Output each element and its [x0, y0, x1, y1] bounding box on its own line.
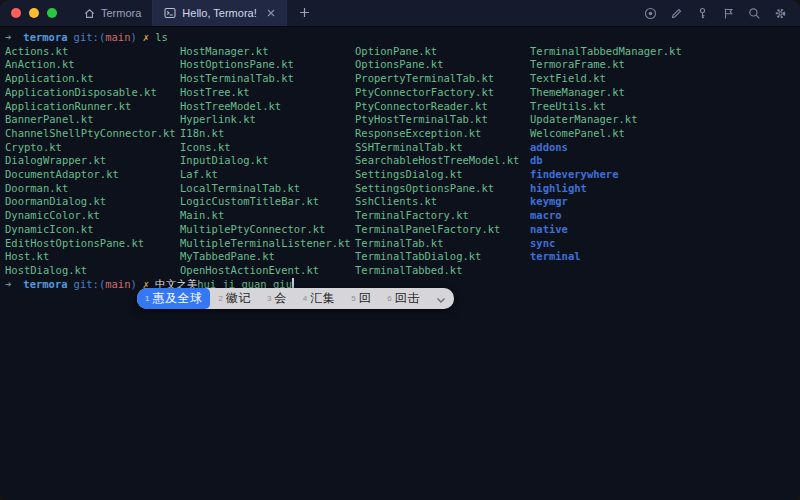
file-item: MultiplePtyConnector.kt	[180, 223, 355, 237]
settings-icon[interactable]	[774, 7, 787, 20]
chevron-down-icon	[436, 290, 446, 308]
ime-candidate[interactable]: 3会	[259, 288, 295, 309]
file-item: Actions.kt	[5, 45, 180, 59]
file-item: BannerPanel.kt	[5, 113, 180, 127]
file-item: HostTreeModel.kt	[180, 100, 355, 114]
git-branch: main	[105, 278, 130, 290]
directory-item: macro	[530, 209, 705, 223]
file-item: SettingsDialog.kt	[355, 168, 530, 182]
file-item: HostTree.kt	[180, 86, 355, 100]
terminal-icon	[164, 7, 176, 19]
key-icon[interactable]	[696, 7, 709, 20]
ime-candidate-text: 汇集	[310, 290, 335, 307]
file-item: OptionPane.kt	[355, 45, 530, 59]
new-tab-button[interactable]	[287, 0, 322, 26]
file-item: ApplicationRunner.kt	[5, 100, 180, 114]
file-item: Icons.kt	[180, 141, 355, 155]
ime-candidate-index: 4	[303, 294, 307, 303]
file-item: MyTabbedPane.kt	[180, 250, 355, 264]
file-item: TerminalTabDialog.kt	[355, 250, 530, 264]
directory-item: native	[530, 223, 705, 237]
record-icon[interactable]	[644, 7, 657, 20]
file-item: PtyHostTerminalTab.kt	[355, 113, 530, 127]
ime-candidate-text: 会	[274, 290, 287, 307]
close-window-button[interactable]	[11, 8, 21, 18]
title-bar: Termora Hello, Termora!	[0, 0, 800, 27]
directory-item: highlight	[530, 182, 705, 196]
file-item: UpdaterManager.kt	[530, 113, 705, 127]
file-item: AnAction.kt	[5, 58, 180, 72]
file-item: PtyConnectorFactory.kt	[355, 86, 530, 100]
tab-hello-termora[interactable]: Hello, Termora!	[153, 0, 286, 26]
file-item: TerminalTab.kt	[355, 237, 530, 251]
toolbar	[644, 0, 800, 26]
file-item: Main.kt	[180, 209, 355, 223]
directory-item: keymgr	[530, 195, 705, 209]
directory-item: addons	[530, 141, 705, 155]
file-item: TreeUtils.kt	[530, 100, 705, 114]
file-item: DynamicIcon.kt	[5, 223, 180, 237]
file-item: OpenHostActionEvent.kt	[180, 264, 355, 278]
minimize-window-button[interactable]	[29, 8, 39, 18]
git-label: git:(	[74, 278, 106, 290]
ime-expand-button[interactable]	[428, 288, 454, 309]
zoom-window-button[interactable]	[47, 8, 57, 18]
file-item: SshClients.kt	[355, 195, 530, 209]
tab-label: Termora	[101, 7, 141, 19]
ime-candidate-window: 1惠及全球2徽记3会4汇集5回6回击	[137, 288, 454, 309]
file-item: Hyperlink.kt	[180, 113, 355, 127]
file-item: MultipleTerminalListener.kt	[180, 237, 355, 251]
close-tab-icon[interactable]	[267, 9, 275, 17]
file-item: ResponseException.kt	[355, 127, 530, 141]
ime-candidate-index: 2	[218, 294, 222, 303]
file-item: SettingsOptionsPane.kt	[355, 182, 530, 196]
plus-icon	[299, 4, 310, 22]
file-item: Crypto.kt	[5, 141, 180, 155]
file-item: LogicCustomTitleBar.kt	[180, 195, 355, 209]
edit-icon[interactable]	[670, 7, 683, 20]
file-item: Doorman.kt	[5, 182, 180, 196]
ime-candidate[interactable]: 5回	[343, 288, 379, 309]
file-item: Host.kt	[5, 250, 180, 264]
tab-label: Hello, Termora!	[182, 7, 256, 19]
prompt-directory: termora	[23, 278, 67, 290]
file-item: HostTerminalTab.kt	[180, 72, 355, 86]
file-item: ChannelShellPtyConnector.kt	[5, 127, 180, 141]
file-item: InputDialog.kt	[180, 154, 355, 168]
tab-termora-home[interactable]: Termora	[73, 0, 153, 26]
file-item: Application.kt	[5, 72, 180, 86]
file-column: TerminalTabbedManager.ktTermoraFrame.ktT…	[530, 45, 705, 278]
ime-candidate-text: 回	[359, 290, 372, 307]
ime-candidate-text: 徽记	[226, 290, 251, 307]
ime-candidate-index: 1	[145, 294, 149, 303]
ime-candidate-index: 5	[351, 294, 355, 303]
directory-item: sync	[530, 237, 705, 251]
terminal-screen[interactable]: ➜termoragit:(main)✗ls Actions.ktAnAction…	[0, 27, 800, 291]
flag-icon[interactable]	[722, 7, 735, 20]
file-item: PtyConnectorReader.kt	[355, 100, 530, 114]
search-icon[interactable]	[748, 7, 761, 20]
file-column: OptionPane.ktOptionsPane.ktPropertyTermi…	[355, 45, 530, 278]
git-close: )	[131, 278, 137, 290]
file-item: HostDialog.kt	[5, 264, 180, 278]
ime-candidate[interactable]: 2徽记	[210, 288, 258, 309]
prompt-arrow: ➜	[5, 278, 11, 290]
command-text: ls	[155, 31, 168, 43]
directory-item: db	[530, 154, 705, 168]
file-item: DialogWrapper.kt	[5, 154, 180, 168]
ime-candidate[interactable]: 4汇集	[295, 288, 343, 309]
file-column: HostManager.ktHostOptionsPane.ktHostTerm…	[180, 45, 355, 278]
git-branch: main	[105, 31, 130, 43]
prompt-arrow: ➜	[5, 31, 11, 43]
file-item: TerminalTabbedManager.kt	[530, 45, 705, 59]
file-item: ApplicationDisposable.kt	[5, 86, 180, 100]
git-label: git:(	[74, 31, 106, 43]
ime-candidate[interactable]: 6回击	[379, 288, 427, 309]
file-item: I18n.kt	[180, 127, 355, 141]
file-column: Actions.ktAnAction.ktApplication.ktAppli…	[5, 45, 180, 278]
file-item: Laf.kt	[180, 168, 355, 182]
file-item: HostOptionsPane.kt	[180, 58, 355, 72]
file-item: PropertyTerminalTab.kt	[355, 72, 530, 86]
file-item: TerminalPanelFactory.kt	[355, 223, 530, 237]
ime-candidate[interactable]: 1惠及全球	[137, 288, 210, 309]
